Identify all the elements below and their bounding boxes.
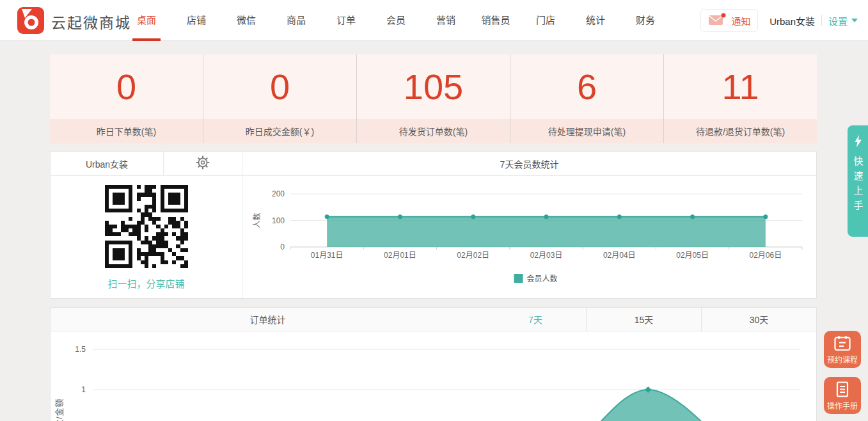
brand-logo-icon <box>17 7 44 36</box>
stat-card-yesterday-amount[interactable]: 0 昨日成交金额(￥) <box>203 54 356 143</box>
stat-value: 0 <box>50 54 203 119</box>
stat-card-pending-withdrawal[interactable]: 6 待处理提现申请(笔) <box>510 54 663 143</box>
nav-item-wechat[interactable]: 微信 <box>221 0 271 41</box>
stat-card-pending-shipment[interactable]: 105 待发货订单数(笔) <box>356 54 510 143</box>
svg-text:人数: 人数 <box>252 212 262 228</box>
svg-text:02月05日: 02月05日 <box>676 251 709 260</box>
order-stats-title: 订单统计 <box>51 308 485 331</box>
nav-item-marketing[interactable]: 营销 <box>421 0 471 41</box>
envelope-icon <box>708 13 726 28</box>
member-panel: Urban女装 <box>50 151 817 299</box>
svg-text:02月06日: 02月06日 <box>750 251 782 260</box>
order-tab-15d[interactable]: 15天 <box>586 308 701 331</box>
order-stats-header: 订单统计 7天 15天 30天 <box>51 308 816 331</box>
stat-card-pending-refund[interactable]: 11 待退款/退货订单数(笔) <box>663 54 817 143</box>
brand-logo[interactable]: 云起微商城 <box>17 7 131 36</box>
nav-item-orders[interactable]: 订单 <box>321 0 371 41</box>
account-store-name[interactable]: Urban女装 <box>769 14 815 28</box>
member-chart-panel: 7天会员数统计 0100200人数01月31日02月01日02月02日02月03… <box>242 152 816 298</box>
store-share-panel: Urban女装 <box>51 152 242 298</box>
stat-label: 待处理提现申请(笔) <box>510 119 663 143</box>
order-tab-7d[interactable]: 7天 <box>485 308 586 331</box>
notification-label: 通知 <box>732 14 751 28</box>
svg-text:0: 0 <box>280 242 285 251</box>
stat-label: 昨日成交金额(￥) <box>203 119 356 143</box>
stat-value: 0 <box>203 54 356 119</box>
top-bar: 云起微商城 桌面 店铺 微信 商品 订单 会员 营销 销售员 门店 统计 财务 <box>0 0 868 41</box>
store-settings-button[interactable] <box>164 152 242 175</box>
lightning-icon <box>854 135 862 150</box>
svg-text:会员人数: 会员人数 <box>527 274 558 283</box>
svg-text:100: 100 <box>272 216 285 225</box>
stat-value: 6 <box>510 54 663 119</box>
nav-item-finance[interactable]: 财务 <box>620 0 670 41</box>
svg-text:02月01日: 02月01日 <box>384 251 416 260</box>
qr-caption: 扫一扫，分享店铺 <box>107 276 184 290</box>
nav-item-shop[interactable]: 店铺 <box>171 0 221 41</box>
gear-icon <box>195 155 210 173</box>
member-chart-title: 7天会员数统计 <box>242 152 816 176</box>
nav-item-desktop[interactable]: 桌面 <box>122 0 171 41</box>
nav-item-statistics[interactable]: 统计 <box>571 0 620 41</box>
order-stats-panel: 订单统计 7天 15天 30天 11.5订单数/金额 <box>50 307 817 421</box>
notification-button[interactable]: 通知 <box>700 9 758 32</box>
nav-item-salesperson[interactable]: 销售员 <box>471 0 521 41</box>
stat-value: 11 <box>664 54 817 119</box>
store-share-header: Urban女装 <box>51 152 242 176</box>
settings-menu[interactable]: 设置 <box>828 14 858 28</box>
brand-name: 云起微商城 <box>51 11 131 33</box>
quick-start-button[interactable]: 快速上手 <box>848 125 868 237</box>
nav-item-goods[interactable]: 商品 <box>271 0 321 41</box>
manual-button[interactable]: 操作手册 <box>824 377 861 414</box>
order-tab-30d[interactable]: 30天 <box>701 308 816 331</box>
stat-card-yesterday-orders[interactable]: 0 昨日下单数(笔) <box>50 54 203 143</box>
book-course-button[interactable]: 预约课程 <box>824 331 861 368</box>
store-share-body: 扫一扫，分享店铺 <box>51 176 242 298</box>
kpi-stats-row: 0 昨日下单数(笔) 0 昨日成交金额(￥) 105 待发货订单数(笔) 6 待… <box>50 54 817 143</box>
stat-label: 待发货订单数(笔) <box>357 119 510 143</box>
dashboard-page: 云起微商城 桌面 店铺 微信 商品 订单 会员 营销 销售员 门店 统计 财务 <box>0 0 868 421</box>
document-icon <box>835 381 849 400</box>
quick-start-label: 快速上手 <box>851 156 865 215</box>
nav-item-members[interactable]: 会员 <box>371 0 421 41</box>
store-qr-code <box>105 185 188 268</box>
main-nav: 桌面 店铺 微信 商品 订单 会员 营销 销售员 门店 统计 财务 <box>122 0 670 41</box>
order-stats-chart: 11.5订单数/金额 <box>51 331 816 421</box>
top-bar-right: 通知 Urban女装 设置 <box>700 0 858 41</box>
chevron-down-icon <box>851 19 858 22</box>
svg-text:02月02日: 02月02日 <box>457 251 489 260</box>
svg-text:1: 1 <box>81 385 86 394</box>
member-7day-chart: 0100200人数01月31日02月01日02月02日02月03日02月04日0… <box>242 176 816 299</box>
svg-text:02月04日: 02月04日 <box>603 251 636 260</box>
stat-value: 105 <box>357 54 510 119</box>
settings-label: 设置 <box>828 14 848 28</box>
calendar-icon <box>833 335 851 354</box>
stat-label: 昨日下单数(笔) <box>50 119 203 143</box>
svg-text:01月31日: 01月31日 <box>311 251 343 260</box>
stat-label: 待退款/退货订单数(笔) <box>664 119 817 143</box>
svg-text:订单数/金额: 订单数/金额 <box>54 398 64 421</box>
manual-label: 操作手册 <box>827 400 858 411</box>
store-tab[interactable]: Urban女装 <box>51 152 164 175</box>
header-divider <box>821 15 822 26</box>
svg-text:200: 200 <box>272 189 285 198</box>
book-course-label: 预约课程 <box>827 354 858 365</box>
svg-text:1.5: 1.5 <box>75 345 86 354</box>
svg-text:02月03日: 02月03日 <box>530 251 563 260</box>
nav-item-stores[interactable]: 门店 <box>521 0 571 41</box>
